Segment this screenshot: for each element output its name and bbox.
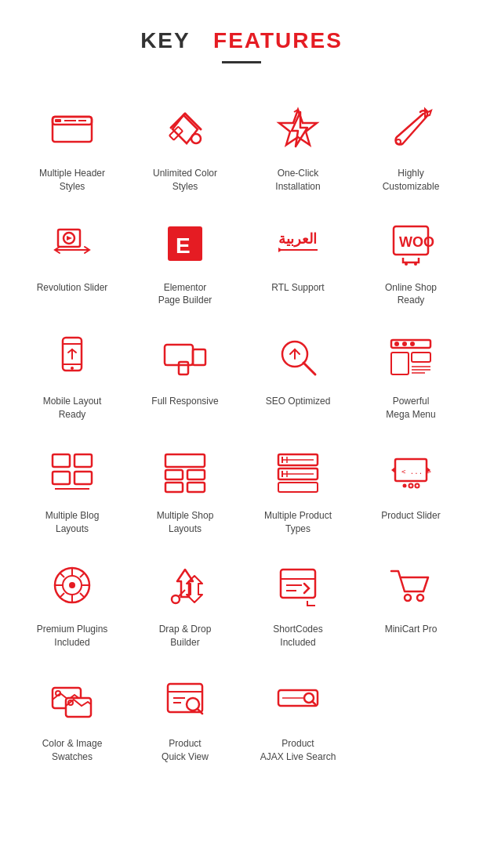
product-quick-view-icon: [157, 671, 213, 728]
product-quick-view-label: ProductQuick View: [162, 737, 209, 764]
full-responsive-label: Full Responsive: [151, 395, 218, 408]
feature-full-responsive: Full Responsive: [129, 315, 242, 429]
feature-seo-optimized: SEO Optimized: [242, 315, 354, 429]
svg-rect-45: [165, 470, 183, 479]
svg-rect-34: [391, 353, 409, 374]
svg-point-59: [403, 483, 407, 487]
one-click-installation-icon: [270, 101, 326, 157]
svg-rect-57: [278, 483, 318, 492]
rtl-support-icon: العربية: [270, 215, 326, 272]
multiple-header-styles-label: Multiple HeaderStyles: [39, 167, 105, 193]
svg-marker-12: [67, 236, 72, 241]
feature-mobile-layout-ready: Mobile LayoutReady: [16, 315, 129, 429]
svg-text:< ... >: < ... >: [401, 468, 432, 476]
svg-point-69: [69, 582, 75, 588]
svg-rect-48: [187, 483, 205, 492]
rtl-support-label: RTL Support: [271, 281, 324, 295]
multiple-blog-layouts-label: Multiple BlogLayouts: [45, 509, 100, 536]
svg-rect-72: [281, 570, 315, 598]
product-ajax-live-search-label: ProductAJAX Live Search: [260, 737, 336, 764]
drag-drop-builder-icon: [157, 557, 213, 613]
page-wrapper: KEY FEATURES Multiple HeaderStyles: [0, 0, 483, 795]
header-divider: [222, 61, 261, 63]
online-shop-ready-label: Online ShopReady: [385, 281, 437, 308]
svg-point-24: [71, 367, 74, 370]
multiple-shop-layouts-label: Multiple ShopLayouts: [157, 509, 214, 536]
svg-point-61: [416, 483, 419, 487]
full-responsive-icon: [157, 329, 213, 385]
elementor-page-builder-label: ElementorPage Builder: [158, 281, 212, 308]
unlimited-color-styles-icon: [157, 101, 213, 157]
feature-rtl-support: العربية RTL Support: [242, 201, 354, 316]
feature-product-quick-view: ProductQuick View: [129, 657, 242, 772]
color-image-swatches-icon: [44, 671, 100, 728]
feature-minicart-pro: MiniCart Pro: [354, 543, 467, 657]
feature-highly-customizable: HighlyCustomizable: [354, 87, 467, 201]
feature-premium-plugins-included: Premium PluginsIncluded: [16, 543, 129, 657]
feature-online-shop-ready: WOO Online ShopReady: [354, 201, 467, 316]
svg-point-33: [410, 342, 415, 346]
mobile-layout-ready-label: Mobile LayoutReady: [43, 395, 102, 421]
multiple-product-types-icon: [270, 443, 326, 500]
svg-rect-41: [53, 472, 70, 484]
multiple-shop-layouts-icon: [157, 443, 213, 500]
title-features: FEATURES: [213, 28, 343, 52]
svg-point-60: [409, 483, 413, 487]
svg-point-76: [405, 595, 411, 601]
minicart-pro-label: MiniCart Pro: [385, 623, 438, 636]
svg-rect-44: [165, 454, 205, 467]
mobile-layout-ready-icon: [44, 329, 100, 385]
page-title: KEY FEATURES: [0, 28, 483, 53]
premium-plugins-included-icon: [44, 557, 100, 613]
svg-rect-35: [412, 353, 430, 362]
svg-point-20: [414, 262, 417, 266]
one-click-installation-label: One-ClickInstallation: [275, 167, 320, 193]
page-header: KEY FEATURES: [0, 0, 483, 79]
revolution-slider-icon: [44, 215, 100, 272]
svg-text:WOO: WOO: [399, 234, 434, 250]
svg-rect-46: [187, 470, 205, 479]
product-slider-icon: < ... >: [383, 443, 439, 500]
feature-product-slider: < ... > Product Slider: [354, 429, 467, 544]
highly-customizable-label: HighlyCustomizable: [383, 167, 440, 193]
svg-point-31: [394, 342, 399, 346]
feature-unlimited-color-styles: Unlimited ColorStyles: [129, 87, 242, 201]
features-grid: Multiple HeaderStyles Unlimited ColorSty…: [0, 79, 483, 795]
svg-point-32: [402, 342, 407, 346]
svg-line-6: [185, 114, 201, 129]
feature-one-click-installation: One-ClickInstallation: [242, 87, 354, 201]
minicart-pro-icon: [383, 557, 439, 613]
feature-product-ajax-live-search: ProductAJAX Live Search: [242, 657, 354, 772]
svg-point-80: [56, 691, 60, 696]
svg-rect-2: [55, 119, 61, 122]
feature-drag-drop-builder: Drap & DropBuilder: [129, 543, 242, 657]
svg-point-70: [172, 595, 180, 603]
color-image-swatches-label: Color & ImageSwatches: [42, 737, 103, 764]
svg-text:E: E: [176, 233, 191, 258]
svg-rect-40: [74, 454, 92, 467]
feature-multiple-blog-layouts: Multiple BlogLayouts: [16, 429, 129, 544]
highly-customizable-icon: [383, 101, 439, 157]
drag-drop-builder-label: Drap & DropBuilder: [159, 623, 212, 649]
shortcodes-included-label: ShortCodesIncluded: [273, 623, 322, 649]
powerful-mega-menu-icon: [383, 329, 439, 385]
powerful-mega-menu-label: PowerfulMega Menu: [386, 395, 435, 421]
seo-optimized-icon: [270, 329, 326, 385]
shortcodes-included-icon: [270, 557, 326, 613]
feature-revolution-slider: Revolution Slider: [16, 201, 129, 316]
multiple-blog-layouts-icon: [44, 443, 100, 500]
svg-text:العربية: العربية: [278, 231, 317, 248]
feature-color-image-swatches: Color & ImageSwatches: [16, 657, 129, 772]
product-ajax-live-search-icon: [270, 671, 326, 728]
feature-multiple-header-styles: Multiple HeaderStyles: [16, 87, 129, 201]
multiple-header-styles-icon: [44, 101, 100, 157]
online-shop-ready-icon: WOO: [383, 215, 439, 272]
feature-multiple-shop-layouts: Multiple ShopLayouts: [129, 429, 242, 544]
svg-point-77: [417, 595, 423, 601]
multiple-product-types-label: Multiple ProductTypes: [264, 509, 332, 536]
svg-rect-26: [193, 349, 205, 365]
title-key: KEY: [140, 28, 191, 52]
svg-rect-47: [165, 483, 183, 492]
feature-powerful-mega-menu: PowerfulMega Menu: [354, 315, 467, 429]
svg-rect-27: [179, 362, 188, 374]
